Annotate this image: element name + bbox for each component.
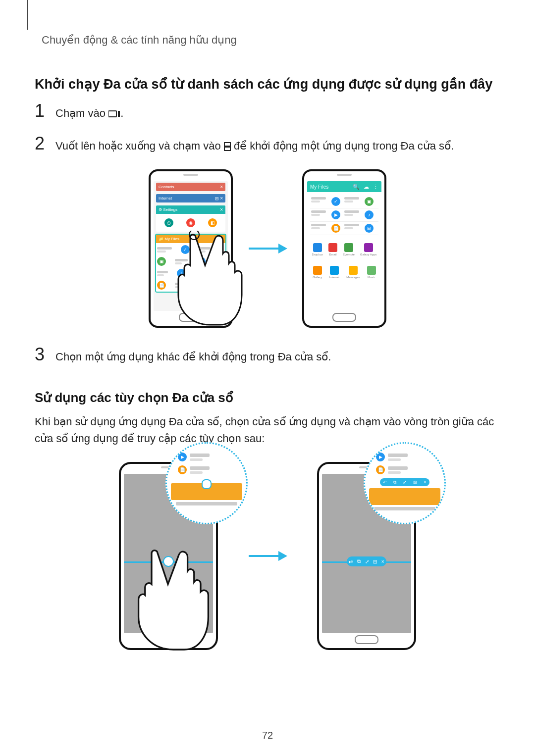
arrow-right-icon: [248, 549, 287, 563]
page-number: 72: [0, 730, 535, 741]
breadcrumb: Chuyển động & các tính năng hữu dụng: [35, 34, 500, 47]
close-icon: ×: [220, 207, 223, 212]
toolbar-max-icon: ⤢: [365, 559, 369, 564]
svg-marker-6: [278, 244, 287, 253]
toolbar-swap-icon: ⇄: [349, 559, 353, 564]
app-icon: [344, 243, 353, 252]
app-icon: [330, 266, 339, 275]
icon-chip: ♪: [177, 269, 186, 278]
icon-chip: ◷: [164, 218, 173, 227]
app-icon: [364, 243, 373, 252]
recents-key-icon: [108, 110, 120, 118]
toolbar-swap-icon: ↶: [383, 480, 387, 485]
zoom-callout: ▶ 📄 ↶ ⧉ ⤢ ⊠ ×: [364, 442, 446, 524]
toolbar-min-icon: ⊟: [373, 559, 377, 564]
category-icon: ▶: [331, 210, 340, 219]
close-icon: ×: [220, 196, 223, 201]
svg-rect-0: [108, 111, 116, 117]
toolbar-drag-icon: ⧉: [357, 558, 361, 564]
section-heading-2: Sử dụng các tùy chọn Đa cửa sổ: [35, 390, 500, 405]
multiwindow-toolbar: ⇄ ⧉ ⤢ ⊟ ×: [347, 556, 386, 566]
step-3-text: Chọn một ứng dụng khác để khởi động tron…: [55, 348, 500, 365]
figure-1: Contacts× Internet⊟ × ⚙ Settings× ◷ ◉ ◧ …: [35, 169, 500, 328]
close-icon: ×: [220, 236, 223, 242]
zoom-callout: ▶ 📄: [165, 442, 248, 524]
step-1-text: Chạm vào .: [55, 104, 500, 121]
icon-chip: ✓: [181, 245, 190, 254]
toolbar-drag-icon: ⧉: [393, 480, 396, 485]
app-icon: [313, 266, 322, 275]
files-header-title: My Files: [310, 184, 349, 190]
arrow-right-icon: [248, 241, 287, 256]
multiwindow-handle-icon: [202, 479, 212, 489]
step-2-number: 2: [35, 135, 51, 152]
app-icon: [328, 243, 337, 252]
multiwindow-toolbar: ↶ ⧉ ⤢ ⊠ ×: [380, 478, 429, 486]
figure-2: ▶ 📄 ⇄ ⧉: [35, 462, 500, 650]
close-icon: ×: [220, 184, 223, 190]
toolbar-min-icon: ⊠: [413, 480, 417, 485]
header-side-rule: [27, 0, 28, 30]
step-3-number: 3: [35, 346, 51, 363]
icon-chip: ◉: [186, 218, 195, 227]
app-icon: [313, 243, 322, 252]
recent-card-title: Contacts: [159, 185, 174, 189]
category-icon: ✓: [331, 197, 340, 206]
app-icon: [367, 266, 376, 275]
figure-1-phone-left: Contacts× Internet⊟ × ⚙ Settings× ◷ ◉ ◧ …: [149, 169, 233, 328]
svg-marker-8: [278, 551, 287, 561]
icon-chip: ▶: [197, 257, 206, 266]
category-icon: ♪: [365, 210, 374, 219]
category-icon: 📄: [331, 224, 340, 233]
multiwindow-handle-icon: [163, 556, 174, 567]
recent-card-title: My Files: [164, 237, 179, 241]
toolbar-max-icon: ⤢: [403, 480, 407, 485]
home-button-icon: [179, 313, 203, 322]
icon-chip: 📄: [178, 465, 187, 474]
category-icon: ▣: [365, 197, 374, 206]
svg-rect-3: [224, 147, 230, 151]
split-icon: ⊟: [215, 237, 219, 242]
step-list-continued: 3 Chọn một ứng dụng khác để khởi động tr…: [35, 348, 500, 365]
search-icon: 🔍: [353, 184, 360, 190]
toolbar-close-icon: ×: [424, 480, 426, 485]
app-icon: [349, 266, 358, 275]
home-button-icon: [332, 313, 356, 322]
cloud-icon: ☁: [364, 184, 369, 190]
multiwindow-icon: [224, 142, 231, 151]
section-heading-1: Khởi chạy Đa cửa sổ từ danh sách các ứng…: [35, 76, 500, 92]
icon-chip: ◧: [208, 218, 217, 227]
svg-rect-1: [118, 111, 120, 117]
section-2-body: Khi bạn sử dụng ứng dụng Đa cửa sổ, chọn…: [35, 413, 500, 447]
figure-1-phone-right: My Files 🔍 ☁ ⋮ ✓ ▣ ▶: [302, 169, 386, 328]
svg-rect-2: [224, 143, 230, 146]
icon-chip: 📄: [157, 281, 166, 290]
more-icon: ⋮: [373, 184, 378, 190]
step-1-number: 1: [35, 102, 51, 120]
home-button-icon: [355, 635, 378, 644]
icon-chip: 📄: [376, 465, 385, 474]
icon-chip: ▣: [157, 257, 166, 266]
recent-card-title: Internet: [159, 196, 172, 201]
step-list: 1 Chạm vào . 2 Vuốt lên hoặc xuống và ch…: [35, 104, 500, 154]
icon-chip: ▶: [376, 453, 385, 461]
recent-card-title: Settings: [163, 207, 177, 212]
split-icon: ⊟: [215, 196, 219, 201]
toolbar-close-icon: ×: [381, 559, 384, 564]
icon-chip: ▶: [178, 453, 187, 461]
home-button-icon: [157, 635, 180, 644]
step-2-text: Vuốt lên hoặc xuống và chạm vào để khởi …: [55, 137, 500, 154]
category-icon: ⊞: [365, 224, 374, 233]
